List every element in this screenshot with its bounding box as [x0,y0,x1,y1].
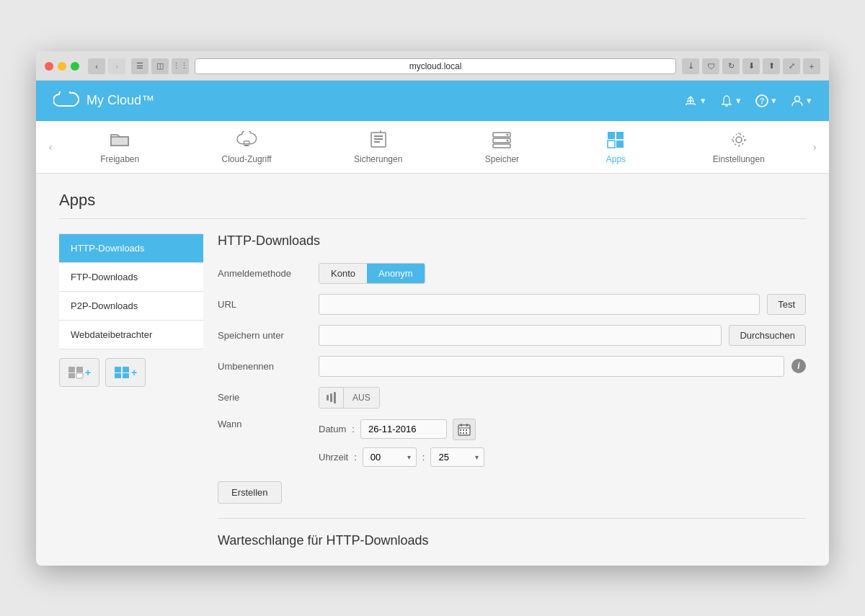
hour-select[interactable]: 00 01 02 03 04 05 06 07 08 09 [363,447,417,467]
anmeldemethode-row: Anmeldemethode Konto Anonym [218,263,806,284]
minute-select-wrapper: 00 05 10 15 20 25 30 35 40 45 [430,447,484,467]
svg-rect-37 [466,432,467,434]
bookmark-button[interactable]: ⤓ [682,58,699,74]
maximize-button[interactable] [71,62,79,71]
notifications-chevron: ▾ [736,95,741,106]
speichern-unter-label: Speichern unter [218,330,311,341]
app-header: My Cloud™ ▾ ▾ ? ▾ [36,81,829,121]
umbenennen-input[interactable] [319,356,784,377]
url-input[interactable] [319,294,760,315]
brand: My Cloud™ [53,91,154,110]
sidebar-add-grouped-button[interactable]: + [105,358,146,387]
notifications-action[interactable]: ▾ [720,94,741,107]
browser-chrome: ‹ › ☰ ◫ ⋮⋮ mycloud.local ⤓ 🛡 ↻ ⬇ ⬆ ⤢ + [36,51,829,81]
sidebar-toggle-button[interactable]: ☰ [131,58,148,74]
svg-rect-25 [123,367,129,372]
erstellen-button[interactable]: Erstellen [218,481,282,504]
shield-button[interactable]: 🛡 [702,58,719,74]
user-action[interactable]: ▾ [791,94,812,107]
header-actions: ▾ ▾ ? ▾ ▾ [683,94,812,107]
page-title: Apps [59,191,806,219]
anmeldemethode-label: Anmeldemethode [218,268,311,279]
add-grouped-icon [114,366,130,379]
brand-name: My Cloud™ [86,93,154,108]
svg-point-13 [507,139,509,141]
info-icon[interactable]: i [791,359,806,373]
close-button[interactable] [45,62,53,71]
share-button[interactable]: ⬆ [763,58,780,74]
svg-rect-27 [123,373,129,378]
datum-input[interactable] [360,419,447,439]
serie-toggle[interactable]: AUS [319,387,380,409]
add-grouped-plus: + [131,367,137,378]
datum-colon: : [352,424,355,434]
svg-rect-17 [616,140,624,148]
svg-point-18 [736,137,742,143]
svg-point-0 [795,96,800,101]
uhrzeit-label: Uhrzeit [319,452,348,463]
nav-item-speicher[interactable]: Speicher [471,121,533,173]
download-button[interactable]: ⬇ [742,58,760,74]
nav-cloud-zugriff-label: Cloud-Zugriff [222,154,272,164]
nav-prev-arrow[interactable]: ‹ [42,125,59,169]
nav-item-sicherungen[interactable]: Sicherungen [340,121,417,173]
nav-items: Freigaben Cloud-Zugriff [59,121,806,173]
svg-rect-26 [115,373,121,378]
reading-list-button[interactable]: ◫ [151,58,169,74]
calendar-button[interactable] [453,419,476,440]
zoom-button[interactable]: ⤢ [783,58,800,74]
nav-item-einstellungen[interactable]: Einstellungen [698,121,779,173]
usb-label: ▾ [701,95,706,106]
bell-icon [720,94,733,107]
forward-button[interactable]: › [108,58,125,74]
nav-item-freigaben[interactable]: Freigaben [86,121,154,173]
umbenennen-row: Umbenennen i [218,356,806,377]
serie-bars-icon [319,388,344,408]
serie-label: Serie [218,392,311,403]
minimize-button[interactable] [58,62,66,71]
wann-block: Datum : [319,419,484,467]
hour-select-wrapper: 00 01 02 03 04 05 06 07 08 09 [363,447,417,467]
nav-item-apps[interactable]: Apps [587,121,644,173]
sidebar-item-webdateibetrachter[interactable]: Webdateibetrachter [59,321,203,349]
nav-next-arrow[interactable]: › [806,125,823,169]
form-panel: HTTP-Downloads Anmeldemethode Konto Anon… [218,233,806,548]
serie-toggle-label: AUS [344,388,379,407]
durchsuchen-button[interactable]: Durchsuchen [729,325,806,346]
url-label: URL [218,299,311,310]
nav-item-cloud-zugriff[interactable]: Cloud-Zugriff [208,121,286,173]
usb-action[interactable]: ▾ [683,95,706,107]
help-action[interactable]: ? ▾ [755,94,776,107]
test-button[interactable]: Test [767,294,806,315]
svg-rect-11 [493,144,510,148]
speichern-unter-input[interactable] [319,325,722,346]
section-divider [218,518,806,519]
sidebar-item-http-downloads[interactable]: HTTP-Downloads [59,233,203,263]
sidebar-item-ftp-downloads[interactable]: FTP-Downloads [59,263,203,292]
browser-icons-right: ⤓ 🛡 ↻ ⬇ ⬆ ⤢ + [682,58,820,74]
back-button[interactable]: ‹ [88,58,105,74]
einstellungen-icon [729,130,749,150]
konto-toggle-btn[interactable]: Konto [319,264,367,283]
svg-rect-23 [76,373,83,378]
svg-rect-16 [608,140,615,148]
add-single-plus: + [85,367,91,378]
anmeldemethode-toggle: Konto Anonym [319,263,425,284]
minute-select[interactable]: 00 05 10 15 20 25 30 35 40 45 [430,447,484,467]
speichern-unter-row: Speichern unter Durchsuchen [218,325,806,346]
svg-point-19 [733,134,745,146]
anonym-toggle-btn[interactable]: Anonym [367,264,425,283]
sidebar-item-p2p-downloads[interactable]: P2P-Downloads [59,292,203,321]
form-title: HTTP-Downloads [218,233,806,249]
cloud-zugriff-icon [236,130,257,150]
grid-button[interactable]: ⋮⋮ [172,58,189,74]
datum-row: Datum : [319,419,484,440]
more-button[interactable]: + [803,58,820,74]
address-bar[interactable]: mycloud.local [195,58,676,74]
sidebar: HTTP-Downloads FTP-Downloads P2P-Downloa… [59,233,203,548]
svg-rect-33 [463,429,464,431]
sidebar-add-single-button[interactable]: + [59,358,99,387]
nav-bar: ‹ Freigaben [36,121,829,174]
nav-freigaben-label: Freigaben [100,154,139,164]
reload-button[interactable]: ↻ [722,58,740,74]
